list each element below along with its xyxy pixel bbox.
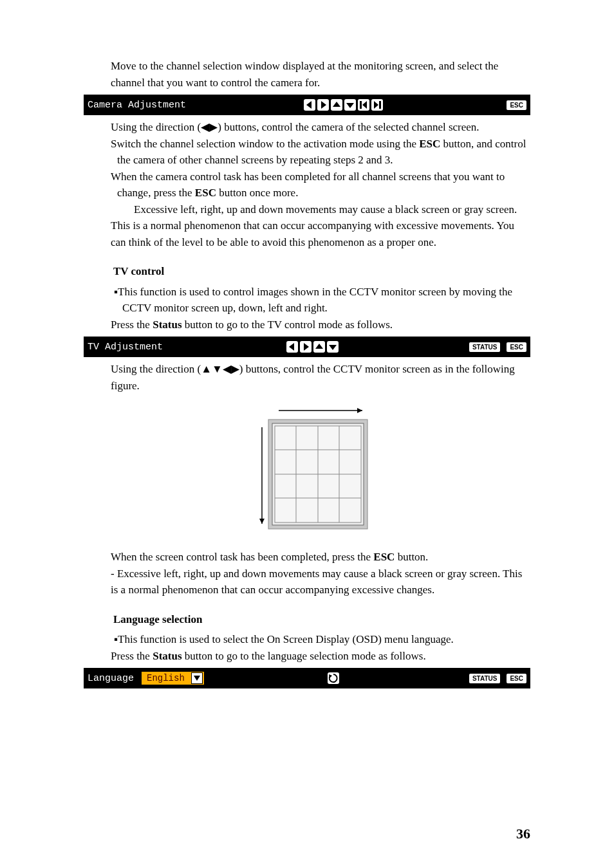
tv-adjustment-bar: TV Adjustment STATUS ESC — [84, 337, 530, 357]
heading-tv-control: TV control — [84, 263, 530, 280]
language-title: Language — [84, 673, 134, 684]
svg-marker-15 — [259, 519, 265, 524]
esc-button[interactable]: ESC — [507, 674, 526, 683]
paragraph-switch-channel: Switch the channel selection window to t… — [84, 136, 530, 169]
arrow-right-icon[interactable] — [317, 99, 329, 111]
language-dropdown-value: English — [142, 673, 190, 683]
camera-adjustment-bar: Camera Adjustment ESC — [84, 95, 530, 115]
tv-adjust-icons — [286, 341, 339, 353]
paragraph-excessive-note: Excessive left, right, up and down movem… — [84, 201, 530, 251]
chevron-down-icon[interactable] — [191, 672, 203, 684]
refresh-icon[interactable] — [328, 672, 339, 684]
arrow-left-icon[interactable] — [304, 99, 315, 111]
paragraph-lang-press-status: Press the Status button to go to the lan… — [84, 648, 530, 665]
skip-right-icon[interactable] — [371, 99, 383, 111]
status-button[interactable]: STATUS — [469, 674, 501, 683]
paragraph-select-channel: Move to the channel selection window dis… — [84, 58, 530, 91]
tv-adjustment-title: TV Adjustment — [84, 342, 163, 353]
arrow-right-icon[interactable] — [300, 341, 312, 353]
arrow-up-icon[interactable] — [331, 99, 342, 111]
paragraph-tv-using-direction: Using the direction (▲▼◀▶) buttons, cont… — [84, 361, 530, 394]
language-dropdown[interactable]: English — [142, 672, 204, 685]
status-button[interactable]: STATUS — [469, 342, 501, 352]
paragraph-complete-control: When the camera control task has been co… — [84, 169, 530, 201]
skip-left-icon[interactable] — [358, 99, 369, 111]
camera-adjustment-title: Camera Adjustment — [84, 100, 186, 111]
language-bar: Language English STATUS ESC — [84, 668, 530, 688]
svg-rect-7 — [379, 101, 381, 109]
bullet-tv-function: ▪This function is used to control images… — [84, 284, 530, 317]
esc-button[interactable]: ESC — [507, 100, 526, 110]
arrow-up-icon[interactable] — [313, 341, 325, 353]
svg-rect-5 — [360, 101, 362, 109]
svg-marker-13 — [357, 408, 362, 413]
bullet-language-function: ▪This function is used to select the On … — [84, 631, 530, 648]
paragraph-tv-complete: When the screen control task has been co… — [84, 549, 530, 566]
arrow-down-icon[interactable] — [344, 99, 356, 111]
page-number: 36 — [516, 826, 530, 842]
esc-button[interactable]: ESC — [507, 342, 526, 352]
paragraph-tv-press-status: Press the Status button to go to the TV … — [84, 317, 530, 333]
arrow-left-icon[interactable] — [286, 341, 298, 353]
paragraph-tv-excessive: - Excessive left, right, up and down mov… — [84, 566, 530, 598]
paragraph-use-direction: Using the direction (◀▶) buttons, contro… — [84, 119, 530, 136]
camera-adjust-icons — [304, 99, 383, 111]
tv-grid-figure — [84, 404, 530, 536]
heading-language-selection: Language selection — [84, 611, 530, 628]
arrow-down-icon[interactable] — [327, 341, 339, 353]
